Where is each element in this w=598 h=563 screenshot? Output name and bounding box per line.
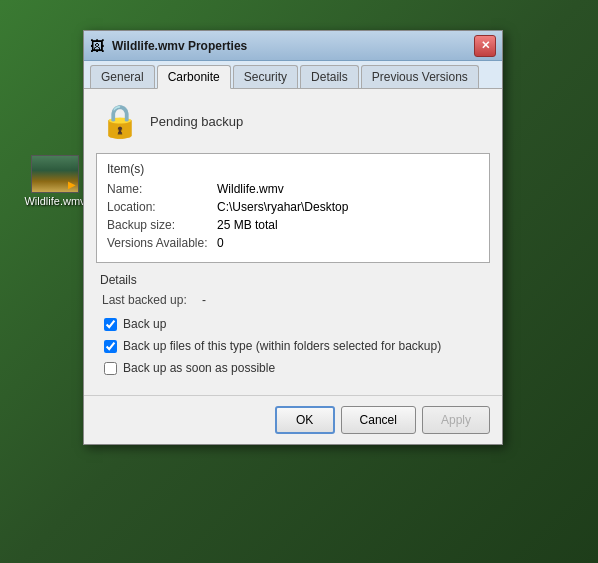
properties-window: 🖼 Wildlife.wmv Properties ✕ General Carb… [83,30,503,445]
info-row-versions: Versions Available: 0 [107,236,479,250]
last-backed-label: Last backed up: [102,293,202,307]
checkbox-row-backup: Back up [100,317,486,331]
checkbox-filetype-label: Back up files of this type (within folde… [123,339,441,353]
window-title: Wildlife.wmv Properties [112,39,474,53]
checkbox-row-filetype: Back up files of this type (within folde… [100,339,486,353]
label-versions: Versions Available: [107,236,217,250]
button-bar: OK Cancel Apply [84,395,502,444]
checkbox-asap-label: Back up as soon as possible [123,361,275,375]
info-row-name: Name: Wildlife.wmv [107,182,479,196]
value-name: Wildlife.wmv [217,182,284,196]
tab-security[interactable]: Security [233,65,298,88]
checkbox-backup[interactable] [104,318,117,331]
tab-previous-versions[interactable]: Previous Versions [361,65,479,88]
tab-bar: General Carbonite Security Details Previ… [84,61,502,89]
checkbox-asap[interactable] [104,362,117,375]
tab-details[interactable]: Details [300,65,359,88]
tab-carbonite[interactable]: Carbonite [157,65,231,89]
items-group-title: Item(s) [107,162,479,176]
last-backed-value: - [202,293,206,307]
details-title: Details [100,273,486,287]
tab-content: 🔒 Pending backup Item(s) Name: Wildlife.… [84,89,502,395]
info-row-backup-size: Backup size: 25 MB total [107,218,479,232]
details-section: Details Last backed up: - Back up Back u… [96,273,490,375]
title-bar: 🖼 Wildlife.wmv Properties ✕ [84,31,502,61]
cancel-button[interactable]: Cancel [341,406,416,434]
ok-button[interactable]: OK [275,406,335,434]
backup-status: Pending backup [150,114,243,129]
file-thumbnail [31,155,79,193]
label-name: Name: [107,182,217,196]
desktop-icon-wildlife[interactable]: Wildlife.wmv [20,155,90,207]
value-backup-size: 25 MB total [217,218,278,232]
label-location: Location: [107,200,217,214]
apply-button[interactable]: Apply [422,406,490,434]
close-button[interactable]: ✕ [474,35,496,57]
value-versions: 0 [217,236,224,250]
backup-icon: 🔒 [100,101,140,141]
checkbox-backup-label: Back up [123,317,166,331]
last-backed-row: Last backed up: - [100,293,486,307]
tab-general[interactable]: General [90,65,155,88]
checkbox-row-asap: Back up as soon as possible [100,361,486,375]
value-location: C:\Users\ryahar\Desktop [217,200,348,214]
status-row: 🔒 Pending backup [96,101,490,141]
info-row-location: Location: C:\Users\ryahar\Desktop [107,200,479,214]
desktop-icon-label: Wildlife.wmv [20,195,90,207]
label-backup-size: Backup size: [107,218,217,232]
items-group-box: Item(s) Name: Wildlife.wmv Location: C:\… [96,153,490,263]
window-icon: 🖼 [90,38,106,54]
checkbox-filetype[interactable] [104,340,117,353]
